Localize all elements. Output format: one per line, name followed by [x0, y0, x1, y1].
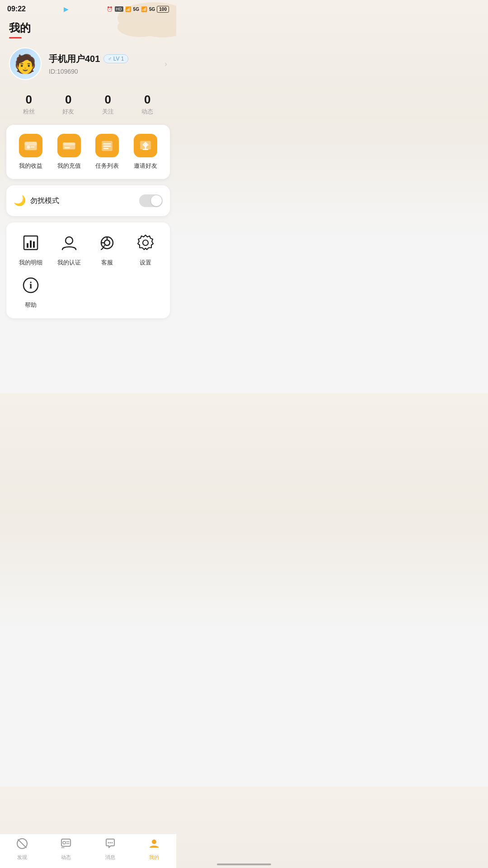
svg-rect-11 [103, 143, 111, 145]
stat-follow[interactable]: 0 关注 [102, 93, 114, 116]
network-arrow-icon: ▶ [64, 5, 69, 13]
dnd-row: 🌙 勿扰模式 [14, 194, 163, 207]
svg-text:i: i [29, 279, 32, 291]
quick-actions-card: 我的收益 我的充值 [6, 125, 170, 179]
svg-point-5 [27, 146, 30, 149]
status-bar: 09:22 ▶ ⏰ HD 📶 5G 📶 5G 100 [0, 0, 176, 16]
invite-icon [134, 134, 157, 157]
statement-label: 我的明细 [19, 259, 42, 267]
signal-5g-icon: 5G [133, 7, 139, 12]
page-title: 我的 [9, 21, 167, 35]
verify-label: 我的认证 [57, 259, 81, 267]
support-icon [96, 231, 118, 254]
follow-label: 关注 [102, 108, 114, 116]
svg-rect-9 [65, 147, 70, 148]
svg-rect-19 [27, 243, 28, 248]
dnd-toggle[interactable] [139, 194, 163, 207]
stat-fans[interactable]: 0 粉丝 [23, 93, 35, 116]
status-time: 09:22 [7, 5, 26, 13]
stats-row: 0 粉丝 0 好友 0 关注 0 动态 [0, 87, 176, 125]
svg-point-28 [143, 240, 148, 245]
moments-label: 动态 [141, 108, 153, 116]
svg-rect-6 [31, 146, 35, 148]
page-header: 我的 [0, 16, 176, 42]
recharge-icon [57, 134, 81, 157]
svg-point-22 [66, 237, 73, 244]
profile-id: ID:109690 [49, 68, 164, 75]
settings-label: 设置 [140, 259, 151, 267]
settings-icon [134, 231, 157, 254]
recharge-label: 我的充值 [57, 162, 81, 170]
hd-icon: HD [115, 6, 123, 12]
quick-actions-grid: 我的收益 我的充值 [14, 134, 163, 170]
menu-statement[interactable]: 我的明细 [14, 231, 48, 267]
svg-rect-13 [103, 148, 109, 149]
svg-rect-12 [103, 146, 111, 147]
help-icon: i [19, 274, 42, 297]
help-label: 帮助 [25, 301, 37, 309]
action-invite[interactable]: 邀请好友 [128, 134, 163, 170]
dnd-left: 🌙 勿扰模式 [14, 195, 59, 207]
avatar[interactable]: 🧑 [9, 47, 42, 80]
toggle-knob [151, 195, 162, 206]
alarm-icon: ⏰ [107, 6, 113, 12]
menu-grid: 我的明细 我的认证 [14, 231, 163, 309]
follow-count: 0 [102, 93, 114, 107]
profile-name-row: 手机用户401 ♂ LV 1 [49, 53, 164, 65]
friends-count: 0 [62, 93, 74, 107]
stat-friends[interactable]: 0 好友 [62, 93, 74, 116]
verify-icon [58, 231, 80, 254]
battery-icon: 100 [157, 6, 169, 13]
svg-point-24 [104, 240, 110, 245]
support-label: 客服 [101, 259, 113, 267]
moments-count: 0 [141, 93, 153, 107]
menu-card: 我的明细 我的认证 [6, 222, 170, 318]
signal-bar-icon: 📶 [141, 6, 147, 12]
action-earnings[interactable]: 我的收益 [14, 134, 48, 170]
statement-icon [19, 231, 42, 254]
menu-verify[interactable]: 我的认证 [52, 231, 87, 267]
menu-help[interactable]: i 帮助 [14, 274, 48, 309]
level-badge: ♂ LV 1 [103, 54, 128, 63]
profile-name: 手机用户401 [49, 53, 100, 65]
menu-settings[interactable]: 设置 [128, 231, 163, 267]
profile-arrow-icon[interactable]: › [164, 59, 167, 69]
profile-info: 手机用户401 ♂ LV 1 ID:109690 [49, 53, 164, 75]
stat-moments[interactable]: 0 动态 [141, 93, 153, 116]
dnd-label: 勿扰模式 [30, 196, 59, 206]
wifi-icon: 📶 [125, 6, 131, 12]
svg-rect-20 [30, 241, 32, 248]
fans-count: 0 [23, 93, 35, 107]
page-title-underline [9, 37, 22, 38]
action-recharge[interactable]: 我的充值 [52, 134, 87, 170]
menu-support[interactable]: 客服 [90, 231, 125, 267]
tasks-icon [95, 134, 119, 157]
invite-label: 邀请好友 [134, 162, 157, 170]
fans-label: 粉丝 [23, 108, 35, 116]
svg-rect-8 [63, 142, 75, 145]
status-icons: ⏰ HD 📶 5G 📶 5G 100 [107, 6, 169, 13]
earnings-label: 我的收益 [19, 162, 42, 170]
earnings-icon [19, 134, 42, 157]
avatar-image: 🧑 [14, 53, 37, 75]
friends-label: 好友 [62, 108, 74, 116]
dnd-card: 🌙 勿扰模式 [6, 185, 170, 216]
svg-marker-27 [138, 235, 153, 250]
profile-section[interactable]: 🧑 手机用户401 ♂ LV 1 ID:109690 › [0, 42, 176, 87]
action-tasks[interactable]: 任务列表 [90, 134, 125, 170]
signal-5g-2-icon: 5G [149, 7, 155, 12]
svg-rect-21 [33, 241, 35, 248]
tasks-label: 任务列表 [95, 162, 119, 170]
svg-rect-4 [25, 142, 37, 146]
moon-icon: 🌙 [14, 195, 26, 207]
